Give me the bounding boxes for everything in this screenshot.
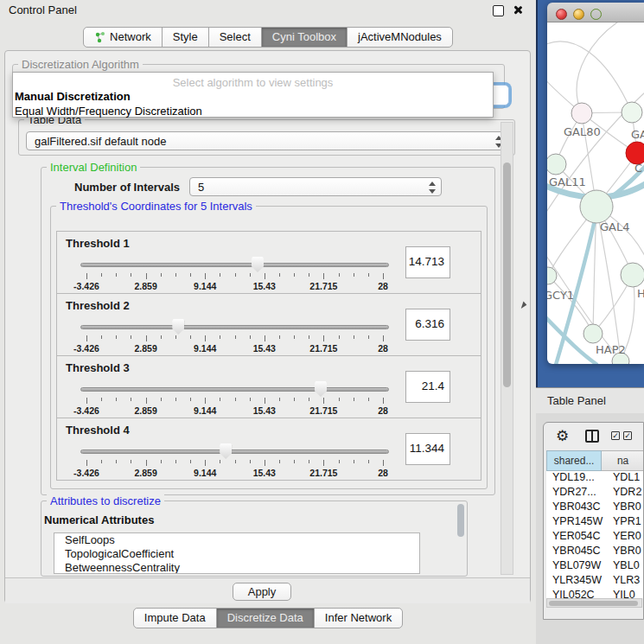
- close-traffic-light[interactable]: [556, 9, 567, 20]
- slider-thumb[interactable]: [252, 257, 264, 272]
- threshold-3-value-field[interactable]: 21.4: [405, 371, 450, 403]
- cell-shared-name[interactable]: YBR045C: [546, 545, 613, 559]
- table-row[interactable]: YER054CYER0: [546, 530, 644, 545]
- cell-name[interactable]: YBR0: [613, 501, 644, 515]
- slider-track[interactable]: [80, 387, 389, 392]
- node-right-mid[interactable]: [621, 263, 644, 287]
- float-window-icon[interactable]: [493, 5, 504, 16]
- table-panel-title: Table Panel: [547, 394, 606, 407]
- node-gal80[interactable]: [571, 103, 592, 124]
- tab-style[interactable]: Style: [162, 27, 209, 48]
- dropdown-option-manual-discretization[interactable]: Manual Discretization: [15, 90, 131, 103]
- table-body[interactable]: YDL19...YDL1YDR27...YDR2YBR043CYBR0YPR14…: [546, 471, 644, 598]
- cell-name[interactable]: YLR3: [613, 574, 644, 589]
- threshold-2-slider[interactable]: [80, 318, 389, 335]
- cell-name[interactable]: YPR1: [613, 515, 644, 530]
- slider-track[interactable]: [80, 263, 389, 267]
- cell-shared-name[interactable]: YIL052C: [546, 589, 613, 598]
- threshold-4-value-field[interactable]: 11.344: [405, 433, 450, 465]
- network-window-titlebar[interactable]: [547, 3, 644, 22]
- cell-name[interactable]: YIL0: [613, 589, 644, 598]
- split-columns-icon[interactable]: [585, 430, 599, 443]
- threshold-value: 6.316: [415, 317, 444, 330]
- slider-thumb[interactable]: [220, 443, 232, 459]
- cell-shared-name[interactable]: YPR145W: [546, 515, 613, 530]
- attribute-list-item[interactable]: TopologicalCoefficient: [54, 547, 419, 561]
- cell-shared-name[interactable]: YBL079W: [546, 559, 613, 574]
- threshold-1-value-field[interactable]: 14.713: [405, 246, 450, 278]
- node-gal11[interactable]: [547, 154, 566, 175]
- table-row[interactable]: YBR045CYBR0: [546, 545, 644, 559]
- slider-thumb[interactable]: [172, 319, 184, 335]
- dropdown-option-equal-width-frequency[interactable]: Equal Width/Frequency Discretization: [15, 105, 202, 118]
- screen: Control Panel Network Style Select Cyni …: [0, 0, 644, 644]
- column-header-name[interactable]: na: [602, 450, 644, 471]
- column-header-shared-name[interactable]: shared...: [546, 450, 602, 471]
- zoom-traffic-light[interactable]: [590, 9, 602, 20]
- table-row[interactable]: YPR145WYPR1: [546, 515, 644, 530]
- tab-infer-network[interactable]: Infer Network: [314, 608, 403, 628]
- cell-shared-name[interactable]: YER054C: [546, 530, 613, 545]
- threshold-2-value-field[interactable]: 6.316: [405, 309, 450, 341]
- tab-impute-data[interactable]: Impute Data: [133, 608, 217, 628]
- numerical-attributes-list[interactable]: SelfLoopsTopologicalCoefficientBetweenne…: [54, 532, 420, 574]
- threshold-4-panel: Threshold 4 -3.4262.8599.14415.4321.7152…: [56, 418, 481, 481]
- scrollbar-thumb[interactable]: [549, 601, 638, 606]
- close-icon[interactable]: [512, 4, 523, 16]
- tick-mark: [86, 460, 87, 466]
- cell-shared-name[interactable]: YDR27...: [546, 486, 613, 501]
- list-scrollbar[interactable]: [457, 504, 464, 537]
- attribute-list-item[interactable]: SelfLoops: [54, 533, 419, 547]
- table-row[interactable]: YBR043CYBR0: [546, 501, 644, 515]
- node-hap2[interactable]: [583, 324, 603, 343]
- slider-track[interactable]: [80, 325, 389, 329]
- tab-select[interactable]: Select: [208, 27, 262, 48]
- tick-label: 9.144: [194, 468, 216, 478]
- tab-label: Discretize Data: [227, 609, 303, 628]
- gear-icon[interactable]: ⚙: [556, 427, 569, 445]
- threshold-1-slider[interactable]: [80, 256, 389, 273]
- slider-track[interactable]: [80, 450, 389, 454]
- tab-jactivemnodules[interactable]: jActiveMNodules: [347, 27, 453, 48]
- threshold-3-slider[interactable]: [80, 380, 389, 398]
- cell-name[interactable]: YDR2: [613, 486, 644, 501]
- cell-name[interactable]: YBL0: [613, 559, 644, 574]
- numerical-attributes-label: Numerical Attributes: [44, 513, 154, 526]
- threshold-4-slider[interactable]: [80, 443, 389, 460]
- tick-mark: [220, 335, 220, 339]
- cell-shared-name[interactable]: YBR043C: [546, 501, 613, 515]
- table-row[interactable]: YIL052CYIL0: [546, 589, 644, 598]
- tab-discretize-data[interactable]: Discretize Data: [216, 608, 315, 628]
- number-of-intervals-combobox[interactable]: 5: [189, 177, 442, 196]
- cell-name[interactable]: YDL1: [613, 471, 644, 486]
- cell-name[interactable]: YBR0: [613, 545, 644, 559]
- horizontal-scrollbar[interactable]: [546, 598, 642, 608]
- node-top-right[interactable]: [622, 102, 642, 123]
- network-canvas[interactable]: GAL80 GA C GAL11 GAL4 GCY1 H HAP2: [547, 22, 644, 364]
- table-row[interactable]: YBL079WYBL0: [546, 559, 644, 574]
- apply-button[interactable]: Apply: [233, 583, 291, 601]
- slider-thumb[interactable]: [315, 381, 327, 397]
- table-row[interactable]: YLR345WYLR3: [546, 574, 644, 589]
- checkbox-icon[interactable]: [623, 431, 632, 440]
- table-row[interactable]: YDL19...YDL1: [546, 471, 644, 486]
- tick-mark: [161, 335, 162, 339]
- threshold-3-panel: Threshold 3 -3.4262.8599.14415.4321.7152…: [56, 355, 481, 418]
- node-gal4[interactable]: [580, 190, 613, 223]
- content-scrollbar[interactable]: [501, 122, 513, 575]
- tick-mark: [383, 273, 384, 279]
- cell-name[interactable]: YER0: [613, 530, 644, 545]
- table-data-combobox[interactable]: galFiltered.sif default node: [26, 131, 508, 150]
- tick-mark: [220, 398, 220, 401]
- cell-shared-name[interactable]: YDL19...: [546, 471, 613, 486]
- tab-cyni-toolbox[interactable]: Cyni Toolbox: [261, 27, 348, 48]
- cell-shared-name[interactable]: YLR345W: [546, 574, 613, 589]
- tick-mark: [131, 335, 131, 339]
- table-row[interactable]: YDR27...YDR2: [546, 486, 644, 501]
- minimize-traffic-light[interactable]: [573, 9, 584, 20]
- tab-network[interactable]: Network: [83, 27, 163, 48]
- checkbox-icon[interactable]: [611, 431, 620, 440]
- attribute-list-item[interactable]: BetweennessCentrality: [54, 561, 419, 574]
- tick-label: 21.715: [309, 468, 337, 478]
- scrollbar-thumb[interactable]: [503, 163, 511, 387]
